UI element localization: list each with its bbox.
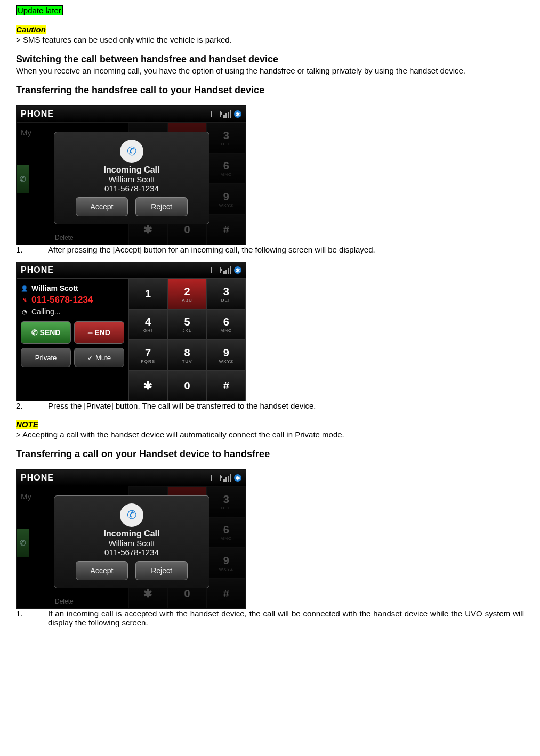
keypad-key-6: 6MNO	[207, 517, 246, 548]
keypad-key-5[interactable]: 5JKL	[167, 310, 206, 340]
status-bar: ✱	[211, 110, 241, 118]
paragraph-switching: When you receive an incoming call, you h…	[16, 66, 524, 75]
caller-number: 011-5678-1234	[31, 295, 93, 305]
call-icon: ↯	[21, 296, 28, 304]
keypad[interactable]: 12ABC3DEF4GHI5JKL6MNO7PQRS8TUV9WXYZ✱0#	[128, 279, 246, 401]
caller-name: William Scott	[31, 284, 78, 292]
caller-number: 011-5678-1234	[104, 548, 159, 557]
keypad-key-0[interactable]: 0	[167, 371, 206, 402]
heading-transfer-to-handset: Transferring the handsfree call to your …	[16, 85, 524, 96]
signal-icon	[223, 474, 231, 482]
bluetooth-icon: ✱	[234, 110, 241, 118]
keypad-key-9: 9WXYZ	[207, 184, 246, 215]
person-icon: 👤	[21, 284, 28, 292]
incoming-call-label: Incoming Call	[104, 165, 160, 175]
accept-button[interactable]: Accept	[76, 561, 128, 580]
keypad-key-#: #	[207, 215, 246, 246]
keypad-key-7[interactable]: 7PQRS	[128, 340, 167, 371]
keypad-key-9: 9WXYZ	[207, 548, 246, 579]
list-number: 1.	[16, 245, 48, 254]
list-number: 1.	[16, 609, 48, 627]
private-button[interactable]: Private	[21, 348, 71, 367]
status-bar: ✱	[211, 474, 241, 482]
step-b1-text: If an incoming call is accepted with the…	[48, 609, 524, 627]
clock-icon: ◔	[21, 308, 28, 315]
step-1-text: After pressing the [Accept] button for a…	[48, 245, 375, 254]
check-icon: ✓	[87, 354, 93, 362]
screenshot-incoming-call-1: PHONE ✱ My 12ABC3DEF4GHI5JKL6MNO7PQRS8TU…	[16, 105, 246, 245]
step-2-text: Press the [Private] button. The call wil…	[48, 401, 316, 410]
note-heading: NOTE	[16, 420, 38, 429]
signal-icon	[223, 110, 231, 118]
keypad-key-6[interactable]: 6MNO	[207, 310, 246, 340]
phone-title: PHONE	[21, 109, 54, 119]
send-icon: ✆	[31, 328, 38, 337]
accept-button[interactable]: Accept	[76, 197, 128, 216]
screenshot-incoming-call-2: PHONE ✱ My 12ABC3DEF4GHI5JKL6MNO7PQRS8TU…	[16, 469, 246, 609]
phone-title: PHONE	[21, 473, 54, 483]
update-later-tag: Update later	[16, 5, 63, 15]
note-text: > Accepting a call with the handset devi…	[16, 430, 524, 439]
keypad-key-3: 3DEF	[207, 123, 246, 153]
battery-icon	[211, 267, 221, 273]
send-button[interactable]: ✆SEND	[21, 321, 71, 344]
caution-heading: Caution	[16, 25, 46, 34]
end-button[interactable]: ⏤END	[74, 321, 124, 344]
phone-icon: ✆	[120, 503, 143, 527]
list-number: 2.	[16, 401, 48, 410]
heading-switching: Switching the call between handsfree and…	[16, 54, 524, 65]
caller-name: William Scott	[109, 175, 155, 184]
incoming-call-dialog: ✆ Incoming Call William Scott 011-5678-1…	[54, 495, 209, 588]
caller-name: William Scott	[109, 539, 155, 548]
caution-text: > SMS features can be used only while th…	[16, 35, 524, 44]
keypad-key-6: 6MNO	[207, 153, 246, 184]
status-bar: ✱	[211, 266, 241, 274]
keypad-key-3[interactable]: 3DEF	[207, 279, 246, 310]
mute-button[interactable]: ✓Mute	[74, 348, 124, 367]
keypad-key-8[interactable]: 8TUV	[167, 340, 206, 371]
heading-transfer-to-handsfree: Transferring a call on your Handset devi…	[16, 449, 524, 460]
reject-button[interactable]: Reject	[135, 197, 188, 216]
incoming-call-label: Incoming Call	[104, 529, 160, 539]
screenshot-live-call: PHONE ✱ 👤William Scott ↯011-5678-1234 ◔C…	[16, 262, 246, 401]
keypad-key-2[interactable]: 2ABC	[167, 279, 206, 310]
keypad-key-4[interactable]: 4GHI	[128, 310, 167, 340]
phone-icon: ✆	[120, 140, 143, 163]
end-icon: ⏤	[88, 328, 92, 337]
battery-icon	[211, 111, 221, 117]
bluetooth-icon: ✱	[234, 474, 241, 482]
battery-icon	[211, 475, 221, 481]
call-status: Calling...	[31, 307, 60, 316]
bluetooth-icon: ✱	[234, 266, 241, 274]
incoming-call-dialog: ✆ Incoming Call William Scott 011-5678-1…	[54, 132, 209, 224]
phone-title: PHONE	[21, 265, 54, 275]
keypad-key-1[interactable]: 1	[128, 279, 167, 310]
keypad-key-#: #	[207, 579, 246, 609]
signal-icon	[223, 266, 231, 274]
keypad-key-✱[interactable]: ✱	[128, 371, 167, 402]
keypad-key-#[interactable]: #	[207, 371, 246, 402]
caller-number: 011-5678-1234	[104, 184, 159, 193]
keypad-key-3: 3DEF	[207, 486, 246, 517]
keypad-key-9[interactable]: 9WXYZ	[207, 340, 246, 371]
reject-button[interactable]: Reject	[135, 561, 188, 580]
